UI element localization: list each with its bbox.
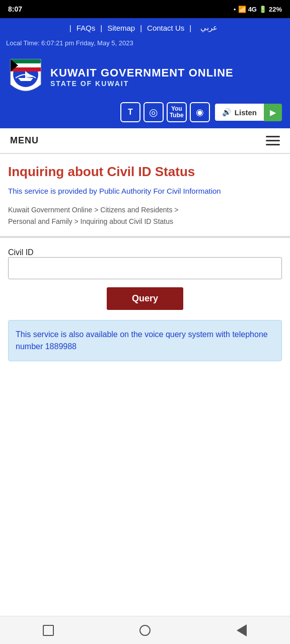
rss-icon-box[interactable]: ◉ (190, 102, 210, 122)
section-divider (0, 236, 290, 238)
bottom-nav (0, 616, 290, 644)
breadcrumb: Kuwait Government Online > Citizens and … (8, 204, 282, 227)
top-nav: | FAQs | Sitemap | Contact Us | عربي (0, 18, 290, 37)
info-box: This service is also available on the vo… (8, 320, 282, 361)
breadcrumb-sep1: > (94, 206, 100, 214)
separator-4: | (189, 24, 191, 32)
speaker-icon: 🔊 (222, 108, 232, 117)
separator-1: | (69, 24, 71, 32)
site-subtitle: STATE OF KUWAIT (50, 79, 234, 88)
page-title: Inquiring about Civil ID Status (8, 164, 282, 180)
status-time: 8:07 (8, 5, 22, 13)
breadcrumb-sep3: > (75, 217, 81, 225)
instagram-icon-box[interactable]: ◎ (143, 102, 164, 122)
info-text: This service is also available on the vo… (16, 330, 268, 351)
svg-rect-4 (11, 67, 41, 71)
hamburger-line-1 (266, 136, 280, 137)
status-bar: 8:07 ● 📶 4G 🔋 22% (0, 0, 290, 18)
home-icon (139, 625, 151, 636)
listen-label: Listen (235, 108, 257, 117)
social-area: T ◎ YouTube ◉ 🔊 Listen ▶ (8, 97, 282, 128)
home-button[interactable] (136, 621, 154, 639)
hamburger-menu[interactable] (266, 136, 280, 145)
logo-area: KUWAIT GOVERNMENT ONLINE STATE OF KUWAIT (8, 57, 234, 97)
separator-3: | (140, 24, 142, 32)
twitter-icon-box[interactable]: T (120, 102, 140, 122)
menu-bar[interactable]: MENU (0, 128, 290, 154)
back-button[interactable] (233, 621, 251, 639)
breadcrumb-part2: Citizens and Residents (100, 206, 172, 214)
play-icon: ▶ (270, 108, 276, 117)
breadcrumb-sep2: > (174, 206, 178, 214)
youtube-icon-box[interactable]: YouTube (167, 102, 187, 122)
arabic-link[interactable]: عربي (197, 23, 221, 32)
stop-button[interactable] (39, 621, 57, 639)
civil-id-input[interactable] (8, 257, 282, 279)
stop-icon (43, 625, 54, 636)
hamburger-line-2 (266, 140, 280, 141)
back-icon (237, 624, 247, 636)
service-provider: This service is provided by Public Autho… (8, 186, 282, 196)
breadcrumb-part1: Kuwait Government Online (8, 206, 92, 214)
contact-us-link[interactable]: Contact Us (144, 24, 187, 32)
listen-button-group: 🔊 Listen ▶ (215, 104, 282, 121)
status-right: ● 📶 4G 🔋 22% (234, 6, 282, 13)
hamburger-line-3 (266, 144, 280, 145)
separator-2: | (100, 24, 102, 32)
logo-text: KUWAIT GOVERNMENT ONLINE STATE OF KUWAIT (50, 66, 234, 88)
youtube-icon: YouTube (170, 106, 184, 119)
rss-icon: ◉ (196, 107, 204, 118)
main-content: Inquiring about Civil ID Status This ser… (0, 154, 290, 616)
local-time-text: Local Time: 6:07:21 pm Friday, May 5, 20… (6, 39, 133, 47)
site-title: KUWAIT GOVERNMENT ONLINE (50, 66, 234, 79)
query-btn-row: Query (8, 287, 282, 310)
twitter-icon: T (128, 108, 133, 117)
breadcrumb-part3: Personal and Family (8, 217, 72, 225)
signal-dot: ● (234, 7, 236, 12)
faqs-link[interactable]: FAQs (74, 24, 99, 32)
breadcrumb-part4: Inquiring about Civil ID Status (81, 217, 173, 225)
header: KUWAIT GOVERNMENT ONLINE STATE OF KUWAIT… (0, 51, 290, 128)
network-type: 4G (248, 6, 257, 13)
network-indicator: 📶 (238, 6, 246, 13)
battery-icon: 🔋 (259, 6, 267, 13)
sitemap-link[interactable]: Sitemap (104, 24, 138, 32)
query-button[interactable]: Query (107, 287, 183, 310)
svg-rect-2 (11, 59, 41, 63)
play-button[interactable]: ▶ (264, 104, 282, 121)
menu-label: MENU (10, 135, 39, 146)
instagram-icon: ◎ (149, 106, 158, 118)
battery-level: 22% (269, 6, 282, 13)
civil-id-label: Civil ID (8, 248, 34, 257)
kuwait-shield-icon (8, 57, 43, 97)
listen-button[interactable]: 🔊 Listen (215, 104, 264, 121)
local-time-bar: Local Time: 6:07:21 pm Friday, May 5, 20… (0, 37, 290, 51)
